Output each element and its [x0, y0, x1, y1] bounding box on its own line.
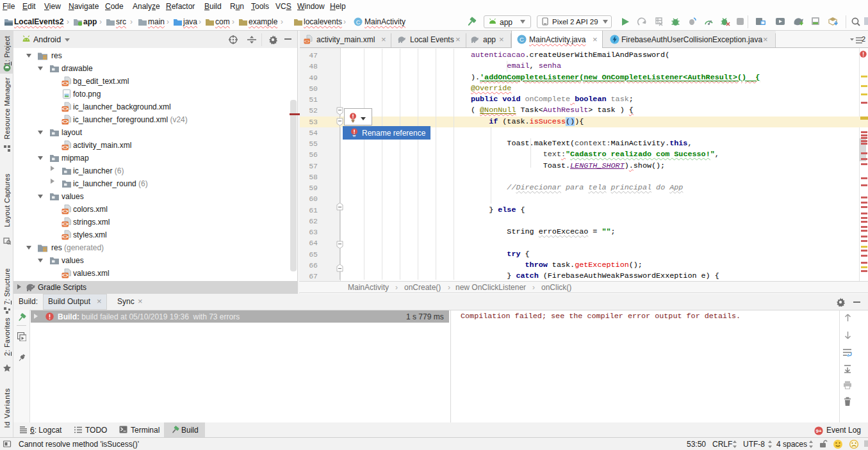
svg-text:<>: <> — [62, 106, 69, 112]
svg-text:<>: <> — [62, 81, 69, 86]
svg-text:<>: <> — [62, 221, 69, 227]
svg-text:9+: 9+ — [815, 428, 821, 434]
svg-text:<>: <> — [62, 209, 69, 214]
svg-text:<>: <> — [62, 234, 69, 240]
svg-text:C: C — [520, 36, 524, 43]
svg-text:<>: <> — [62, 273, 69, 278]
svg-text:<>: <> — [304, 39, 309, 44]
svg-text:C: C — [356, 19, 361, 26]
svg-text:<>: <> — [62, 119, 69, 125]
svg-text:<>: <> — [62, 145, 69, 150]
